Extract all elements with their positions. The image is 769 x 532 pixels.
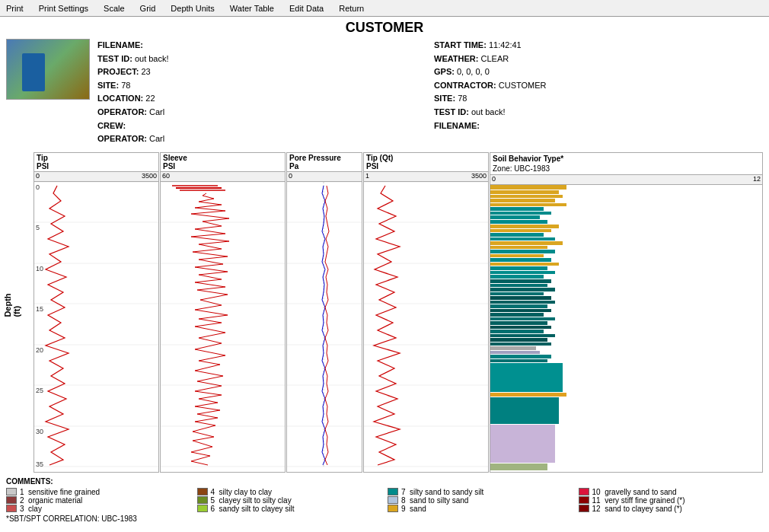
legend-text-6: 6 sandy silt to clayey silt — [211, 505, 295, 513]
rtestid-val: out back! — [471, 107, 506, 116]
pore-axis: 0 — [287, 171, 362, 182]
pore-chart-svg — [287, 182, 362, 467]
svg-rect-76 — [490, 321, 547, 325]
svg-text:35: 35 — [36, 460, 43, 467]
svg-rect-52 — [490, 220, 547, 224]
svg-rect-81 — [490, 342, 551, 346]
header-left-info: FILENAME: TEST ID: out back! PROJECT: 23… — [97, 39, 426, 146]
tip-qt-axis-start: 1 — [365, 172, 369, 180]
svg-rect-54 — [490, 229, 551, 232]
main-content: CUSTOMER FILENAME: TEST ID: out back! PR… — [0, 17, 769, 526]
rsite-val: 78 — [458, 94, 467, 103]
svg-text:5: 5 — [36, 224, 40, 231]
legend-color-2 — [6, 496, 17, 504]
project-val: 23 — [141, 67, 150, 76]
svg-rect-85 — [490, 359, 547, 362]
svg-rect-70 — [490, 296, 551, 300]
legend-color-7 — [388, 488, 398, 495]
header-info: FILENAME: TEST ID: out back! PROJECT: 23… — [6, 39, 763, 146]
svg-rect-66 — [490, 279, 551, 283]
svg-rect-59 — [490, 250, 555, 253]
sleeve-title: SleevePSI — [161, 153, 285, 171]
legend-text-7: 7 silty sand to sandy silt — [401, 488, 483, 496]
legend-item-4: 4 silty clay to clay — [197, 488, 382, 496]
site-val: 78 — [121, 81, 130, 90]
menu-grid[interactable]: Grid — [137, 3, 159, 14]
site-label: SITE: — [97, 81, 119, 90]
menu-print[interactable]: Print — [3, 3, 27, 14]
svg-rect-53 — [490, 225, 559, 228]
svg-rect-44 — [490, 185, 566, 190]
filename-label: FILENAME: — [97, 40, 143, 49]
svg-text:30: 30 — [36, 428, 43, 435]
operator-val: Carl — [149, 107, 164, 116]
menu-scale[interactable]: Scale — [101, 3, 128, 14]
soil-axis: 0 12 — [490, 174, 762, 185]
tip-panel: TipPSI 0 3500 0 5 — [34, 152, 159, 473]
legend-color-6 — [197, 505, 208, 512]
legend-col3: 7 silty sand to sandy silt 8 sand to sil… — [388, 488, 573, 513]
legend-color-4 — [197, 488, 208, 495]
svg-rect-65 — [490, 275, 544, 279]
soil-panel: Soil Behavior Type*Zone: UBC-1983 0 12 — [490, 152, 763, 473]
starttime-label: START TIME: — [434, 40, 487, 49]
tip-title: TipPSI — [34, 153, 158, 171]
menu-return[interactable]: Return — [336, 3, 367, 14]
testid-val: out back! — [135, 54, 169, 63]
soil-title: Soil Behavior Type*Zone: UBC-1983 — [490, 153, 762, 174]
tip-qt-panel: Tip (Qt)PSI 1 3500 — [363, 152, 489, 473]
svg-rect-56 — [490, 237, 555, 241]
weather-val: CLEAR — [481, 54, 509, 63]
legend-item-2: 2 organic material — [6, 496, 191, 505]
legend-text-2: 2 organic material — [20, 496, 82, 505]
svg-rect-57 — [490, 241, 563, 245]
legend-text-10: 10 gravelly sand to sand — [592, 488, 677, 496]
legend-color-11 — [579, 496, 589, 504]
legend-item-1: 1 sensitive fine grained — [6, 488, 191, 496]
menu-print-settings[interactable]: Print Settings — [36, 3, 91, 14]
svg-rect-79 — [490, 334, 555, 337]
svg-text:20: 20 — [36, 346, 43, 354]
svg-text:15: 15 — [36, 305, 43, 313]
svg-rect-80 — [490, 338, 547, 342]
svg-rect-46 — [490, 195, 563, 198]
legend-grid: 1 sensitive fine grained 2 organic mater… — [6, 488, 763, 513]
legend-text-12: 12 sand to clayey sand (*) — [592, 505, 682, 513]
pore-title: Pore PressurePa — [287, 153, 362, 171]
legend-item-8: 8 sand to silty sand — [388, 496, 573, 505]
legend: COMMENTS: 1 sensitive fine grained 2 org… — [6, 477, 763, 523]
sleeve-axis: 60 — [161, 171, 285, 182]
menu-bar: Print Print Settings Scale Grid Depth Un… — [0, 0, 769, 17]
svg-rect-48 — [490, 203, 566, 206]
gps-val: 0, 0, 0, 0 — [457, 67, 490, 76]
location-label: LOCATION: — [97, 94, 143, 103]
sbt-note: *SBT/SPT CORRELATION: UBC-1983 — [6, 514, 763, 523]
svg-text:0: 0 — [36, 183, 40, 191]
pore-panel: Pore PressurePa 0 — [286, 152, 362, 473]
location-val: 22 — [145, 94, 155, 103]
svg-rect-78 — [490, 330, 544, 333]
starttime-val: 11:42:41 — [489, 40, 522, 49]
legend-text-1: 1 sensitive fine grained — [20, 488, 100, 496]
menu-water-table[interactable]: Water Table — [227, 3, 277, 14]
svg-rect-51 — [490, 215, 540, 219]
tip-qt-title: Tip (Qt)PSI — [364, 153, 488, 171]
legend-color-8 — [388, 496, 398, 504]
contractor-label: CONTRACTOR: — [434, 81, 496, 90]
operator-label: OPERATOR: — [97, 107, 147, 116]
svg-rect-47 — [490, 199, 555, 202]
svg-text:25: 25 — [36, 387, 43, 394]
gps-label: GPS: — [434, 67, 455, 76]
legend-item-5: 5 clayey silt to silty clay — [197, 496, 382, 505]
comments-label: COMMENTS: — [6, 477, 763, 486]
menu-edit-data[interactable]: Edit Data — [286, 3, 327, 14]
legend-col2: 4 silty clay to clay 5 clayey silt to si… — [197, 488, 382, 513]
soil-axis-end: 12 — [753, 175, 761, 183]
svg-rect-61 — [490, 258, 551, 262]
menu-depth-units[interactable]: Depth Units — [168, 3, 217, 14]
svg-rect-45 — [490, 190, 559, 194]
svg-rect-68 — [490, 288, 555, 291]
svg-rect-77 — [490, 326, 551, 329]
charts-area: TipPSI 0 3500 0 5 — [34, 152, 763, 473]
tip-axis-start: 0 — [36, 172, 40, 180]
